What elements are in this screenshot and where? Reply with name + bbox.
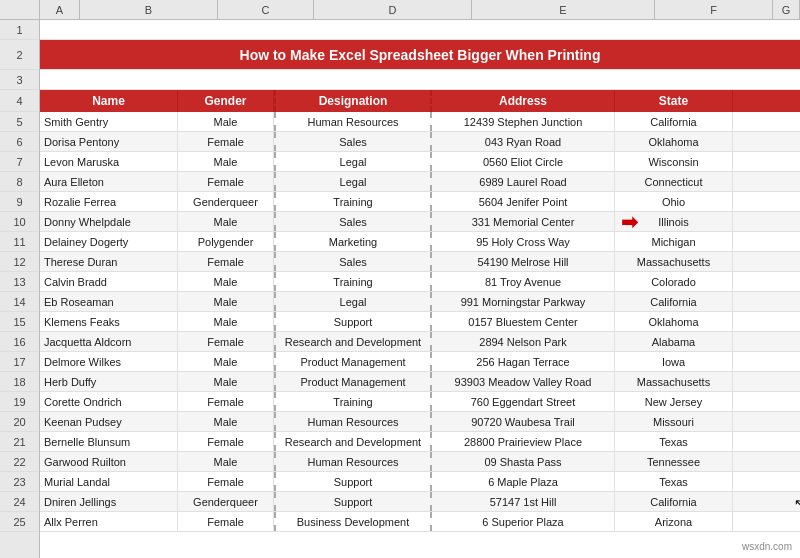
- cell-row21-col5: Texas: [615, 432, 733, 451]
- cell-row21-col1: Bernelle Blunsum: [40, 432, 178, 451]
- cell-row16-col2: Female: [178, 332, 274, 351]
- table-row: Jacquetta AldcornFemaleResearch and Deve…: [40, 332, 800, 352]
- col-header-E: E: [472, 0, 655, 20]
- cell-row23-col3: Support: [274, 472, 432, 491]
- row-num-15: 15: [0, 312, 39, 332]
- cell-row24-col2: Genderqueer: [178, 492, 274, 511]
- cell-row5-col2: Male: [178, 112, 274, 131]
- cell-row17-col1: Delmore Wilkes: [40, 352, 178, 371]
- table-row: Allx PerrenFemaleBusiness Development6 S…: [40, 512, 800, 532]
- table-row: Delmore WilkesMaleProduct Management256 …: [40, 352, 800, 372]
- watermark: wsxdn.com: [742, 541, 792, 552]
- table-row: Delainey DogertyPolygenderMarketing95 Ho…: [40, 232, 800, 252]
- cell-row24-col3: Support: [274, 492, 432, 511]
- row-num-3: 3: [0, 70, 39, 90]
- cell-row25-col1: Allx Perren: [40, 512, 178, 531]
- row-num-14: 14: [0, 292, 39, 312]
- col-header-designation: Designation: [274, 90, 432, 112]
- cell-row11-col3: Marketing: [274, 232, 432, 251]
- row-num-8: 8: [0, 172, 39, 192]
- cell-row20-col5: Missouri: [615, 412, 733, 431]
- table-row: Rozalie FerreaGenderqueerTraining5604 Je…: [40, 192, 800, 212]
- cell-row10-col4: 331 Memorial Center: [432, 212, 615, 231]
- cell-row23-col5: Texas: [615, 472, 733, 491]
- row-num-4: 4: [0, 90, 39, 112]
- cell-row12-col2: Female: [178, 252, 274, 271]
- cell-row21-col3: Research and Development: [274, 432, 432, 451]
- cell-row15-col5: Oklahoma: [615, 312, 733, 331]
- cell-row25-col5: Arizona: [615, 512, 733, 531]
- row-num-1: 1: [0, 20, 39, 40]
- table-row: Klemens FeaksMaleSupport0157 Bluestem Ce…: [40, 312, 800, 332]
- table-row: Herb DuffyMaleProduct Management93903 Me…: [40, 372, 800, 392]
- cell-row13-col5: Colorado: [615, 272, 733, 291]
- table-row: Therese DuranFemaleSales54190 Melrose Hi…: [40, 252, 800, 272]
- cursor-icon: ↖: [794, 496, 800, 511]
- col-header-B: B: [80, 0, 218, 20]
- cell-row5-col4: 12439 Stephen Junction: [432, 112, 615, 131]
- cell-row18-col1: Herb Duffy: [40, 372, 178, 391]
- cell-row22-col5: Tennessee: [615, 452, 733, 471]
- cell-row7-col2: Male: [178, 152, 274, 171]
- row-num-2: 2: [0, 40, 39, 70]
- cell-row15-col3: Support: [274, 312, 432, 331]
- spreadsheet-app: ABCDEFG123456789101112131415161718192021…: [0, 0, 800, 558]
- row-num-25: 25: [0, 512, 39, 532]
- cell-row20-col2: Male: [178, 412, 274, 431]
- row-1-empty: [40, 20, 800, 40]
- col-header-address: Address: [432, 90, 615, 112]
- cell-row23-col4: 6 Maple Plaza: [432, 472, 615, 491]
- table-column-headers: NameGenderDesignationAddressState: [40, 90, 800, 112]
- table-row: Murial LandalFemaleSupport6 Maple PlazaT…: [40, 472, 800, 492]
- table-row: Dorisa PentonyFemaleSales043 Ryan RoadOk…: [40, 132, 800, 152]
- cell-row12-col1: Therese Duran: [40, 252, 178, 271]
- cell-row13-col1: Calvin Bradd: [40, 272, 178, 291]
- cell-row14-col2: Male: [178, 292, 274, 311]
- table-row: Aura ElletonFemaleLegal6989 Laurel RoadC…: [40, 172, 800, 192]
- cell-row19-col5: New Jersey: [615, 392, 733, 411]
- cell-row9-col2: Genderqueer: [178, 192, 274, 211]
- cell-row23-col1: Murial Landal: [40, 472, 178, 491]
- cell-row6-col5: Oklahoma: [615, 132, 733, 151]
- table-row: Calvin BraddMaleTraining81 Troy AvenueCo…: [40, 272, 800, 292]
- cell-row11-col5: Michigan: [615, 232, 733, 251]
- cell-row12-col3: Sales: [274, 252, 432, 271]
- cell-row19-col4: 760 Eggendart Street: [432, 392, 615, 411]
- cell-row10-col3: Sales: [274, 212, 432, 231]
- cell-row19-col3: Training: [274, 392, 432, 411]
- cell-row10-col1: Donny Whelpdale: [40, 212, 178, 231]
- column-header-row: ABCDEFG: [0, 0, 800, 20]
- col-header-A: A: [40, 0, 80, 20]
- row-num-19: 19: [0, 392, 39, 412]
- col-header-gender: Gender: [178, 90, 274, 112]
- cell-row7-col3: Legal: [274, 152, 432, 171]
- cell-row19-col1: Corette Ondrich: [40, 392, 178, 411]
- cell-row13-col3: Training: [274, 272, 432, 291]
- col-header-F: F: [655, 0, 773, 20]
- cell-row23-col2: Female: [178, 472, 274, 491]
- cell-row9-col5: Ohio: [615, 192, 733, 211]
- cell-row13-col2: Male: [178, 272, 274, 291]
- corner-cell: [0, 0, 40, 19]
- cell-row6-col2: Female: [178, 132, 274, 151]
- cell-row17-col5: Iowa: [615, 352, 733, 371]
- col-header-D: D: [314, 0, 472, 20]
- cell-row16-col5: Alabama: [615, 332, 733, 351]
- table-row: Donny WhelpdaleMaleSales331 Memorial Cen…: [40, 212, 800, 232]
- cell-row7-col4: 0560 Eliot Circle: [432, 152, 615, 171]
- cell-row18-col4: 93903 Meadow Valley Road: [432, 372, 615, 391]
- cell-row15-col2: Male: [178, 312, 274, 331]
- row-num-18: 18: [0, 372, 39, 392]
- cell-row21-col2: Female: [178, 432, 274, 451]
- cell-row6-col4: 043 Ryan Road: [432, 132, 615, 151]
- cell-row11-col2: Polygender: [178, 232, 274, 251]
- col-header-G: G: [773, 0, 800, 20]
- cell-row8-col4: 6989 Laurel Road: [432, 172, 615, 191]
- cell-row25-col4: 6 Superior Plaza: [432, 512, 615, 531]
- cell-row14-col1: Eb Roseaman: [40, 292, 178, 311]
- row-num-13: 13: [0, 272, 39, 292]
- cell-row11-col1: Delainey Dogerty: [40, 232, 178, 251]
- cell-row11-col4: 95 Holy Cross Way: [432, 232, 615, 251]
- cell-row5-col1: Smith Gentry: [40, 112, 178, 131]
- row-num-22: 22: [0, 452, 39, 472]
